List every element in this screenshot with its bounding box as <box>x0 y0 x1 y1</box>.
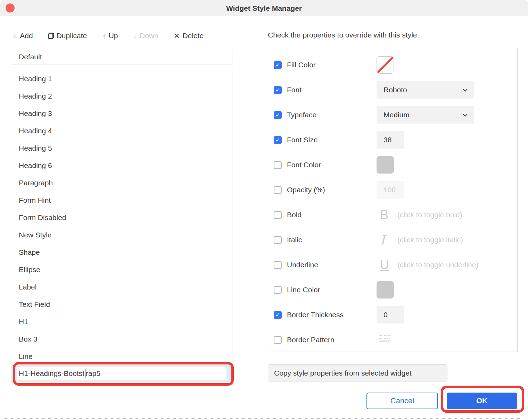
bold-checkbox[interactable] <box>274 211 282 219</box>
add-button[interactable]: + Add <box>13 32 33 40</box>
style-list-item[interactable]: Shape <box>11 244 232 261</box>
cancel-button[interactable]: Cancel <box>366 393 438 409</box>
style-name-text-after-caret: rap5 <box>86 369 100 378</box>
border-pattern-icon[interactable] <box>379 335 390 342</box>
style-list-item[interactable]: Label <box>11 278 232 296</box>
property-row-border-thickness: Border Thickness 0 <box>268 302 517 327</box>
italic-toggle[interactable]: I <box>380 227 385 252</box>
italic-checkbox[interactable] <box>274 236 282 244</box>
style-list-item[interactable]: Form Hint <box>11 192 232 209</box>
font-size-input[interactable]: 38 <box>377 131 404 149</box>
style-list: Heading 1 Heading 2 Heading 3 Heading 4 … <box>11 70 232 382</box>
instruction-text: Check the properties to override with th… <box>268 31 419 39</box>
delete-button[interactable]: ✕ Delete <box>174 32 204 40</box>
property-row-border-pattern: Border Pattern <box>268 327 517 352</box>
style-list-item[interactable]: Heading 2 <box>11 87 232 105</box>
style-list-item[interactable]: Heading 6 <box>11 157 232 174</box>
style-list-item[interactable]: Line <box>11 348 232 365</box>
style-list-item-selected[interactable]: H1-Headings-Bootstrap5 <box>11 365 232 382</box>
style-list-item[interactable]: Box 3 <box>11 330 232 348</box>
line-color-checkbox[interactable] <box>274 286 282 294</box>
property-row-underline: Underline U (click to toggle underline) <box>268 252 517 277</box>
opacity-checkbox[interactable] <box>274 186 282 194</box>
style-list-item[interactable]: New Style <box>11 226 232 244</box>
style-list-item[interactable]: Heading 4 <box>11 122 232 140</box>
property-row-italic: Italic I (click to toggle italic) <box>268 227 517 252</box>
underline-toggle[interactable]: U <box>380 252 389 277</box>
style-list-item[interactable]: Form Disabled <box>11 209 232 226</box>
style-name-input[interactable]: H1-Headings-Bootstrap5 <box>17 367 226 380</box>
underline-toggle-hint: (click to toggle underline) <box>397 252 478 277</box>
style-list-item[interactable]: Ellipse <box>11 261 232 278</box>
font-color-swatch[interactable] <box>377 156 394 174</box>
property-row-bold: Bold B (click to toggle bold) <box>268 202 517 227</box>
property-row-line-color: Line Color <box>268 277 517 302</box>
chevron-down-icon <box>463 111 468 116</box>
plus-icon: + <box>13 32 17 40</box>
property-row-fill-color: Fill Color <box>268 52 517 77</box>
font-dropdown[interactable]: Roboto <box>377 81 474 99</box>
delete-x-icon: ✕ <box>174 32 180 40</box>
widget-style-manager-dialog: Widget Style Manager + Add Duplicate ↑ U… <box>0 0 528 420</box>
toolbar: + Add Duplicate ↑ Up ↓ Down ✕ Delete <box>13 30 204 42</box>
line-color-swatch[interactable] <box>377 281 394 299</box>
chevron-down-icon <box>463 86 468 91</box>
ok-button[interactable]: OK <box>447 393 517 409</box>
fill-color-checkbox[interactable] <box>274 61 282 69</box>
typeface-dropdown[interactable]: Medium <box>377 106 474 124</box>
opacity-input: 100 <box>377 181 404 199</box>
italic-toggle-hint: (click to toggle italic) <box>397 227 463 252</box>
down-button: ↓ Down <box>133 32 158 40</box>
font-size-checkbox[interactable] <box>274 136 282 144</box>
style-list-item[interactable]: Paragraph <box>11 174 232 192</box>
bold-toggle-hint: (click to toggle bold) <box>397 202 462 227</box>
bold-toggle[interactable]: B <box>380 202 388 227</box>
arrow-up-icon: ↑ <box>102 32 106 40</box>
title-bar: Widget Style Manager <box>0 0 528 16</box>
window-title: Widget Style Manager <box>0 0 528 16</box>
duplicate-icon <box>48 33 54 39</box>
border-thickness-input[interactable]: 0 <box>377 306 404 324</box>
property-row-font-color: Font Color <box>268 152 517 177</box>
border-pattern-checkbox[interactable] <box>274 336 282 344</box>
border-thickness-checkbox[interactable] <box>274 311 282 319</box>
style-item-default[interactable]: Default <box>11 49 232 65</box>
style-name-text-before-caret: H1-Headings-Bootst <box>19 369 84 378</box>
style-list-item[interactable]: Heading 1 <box>11 70 232 87</box>
arrow-down-icon: ↓ <box>133 32 137 40</box>
font-color-checkbox[interactable] <box>274 161 282 169</box>
properties-panel: Fill Color Font Roboto Typeface Medium F… <box>268 48 518 352</box>
copy-style-button[interactable]: Copy style properties from selected widg… <box>268 364 447 381</box>
selection-marching-ants <box>5 418 523 419</box>
style-list-item[interactable]: H1 <box>11 313 232 330</box>
property-row-font-size: Font Size 38 <box>268 127 517 152</box>
style-list-item[interactable]: Heading 3 <box>11 105 232 122</box>
style-list-item[interactable]: Text Field <box>11 296 232 313</box>
up-button[interactable]: ↑ Up <box>102 32 118 40</box>
font-checkbox[interactable] <box>274 86 282 94</box>
property-row-opacity: Opacity (%) 100 <box>268 177 517 202</box>
underline-checkbox[interactable] <box>274 261 282 269</box>
style-list-item[interactable]: Heading 5 <box>11 140 232 157</box>
property-row-font: Font Roboto <box>268 77 517 102</box>
property-row-typeface: Typeface Medium <box>268 102 517 127</box>
typeface-checkbox[interactable] <box>274 111 282 119</box>
duplicate-button[interactable]: Duplicate <box>48 32 87 40</box>
text-cursor <box>85 369 85 378</box>
fill-color-swatch-none[interactable] <box>377 56 394 74</box>
